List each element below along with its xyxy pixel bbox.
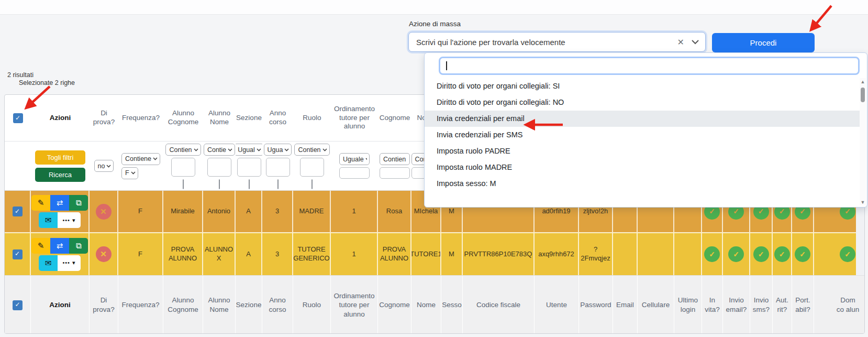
mass-action-dropdown: Diritto di voto per organi collegiali: S… [424,52,867,208]
filter-select-sezione[interactable]: Ugual [236,144,262,156]
filter-checkbox-ruolo[interactable] [311,179,313,189]
cell-ruolo: MADRE [293,191,331,232]
header-di_prova: Di prova? [90,95,118,141]
mail-icon[interactable]: ✉ [39,212,58,228]
table-row[interactable]: ✓✎⇄⧉✉••• ▾✕FPROVA ALUNNOALUNNO XA3TUTORE… [5,232,858,275]
swap-icon[interactable]: ⇄ [50,238,69,254]
footer-azioni: Azioni [31,276,90,334]
dropdown-option[interactable]: Invia credenziali per email [425,111,860,127]
footer-aut_rit: Aut. rit? [773,276,792,334]
chevron-down-icon [284,148,289,151]
footer-ordinamento: Ordinamento tutore per alunno [331,276,378,334]
filter-input-alunno_nome[interactable] [207,158,231,177]
select-all-checkbox[interactable]: ✓ [13,113,23,123]
filter-input-sezione[interactable] [237,158,261,177]
cell-nome: TUTORE1 [411,232,441,275]
filter-select-value: Contie [207,146,226,154]
edit-icon[interactable]: ✎ [31,195,50,211]
chevron-down-icon [194,148,198,151]
filter-select-anno_corso[interactable]: Ugua [264,144,292,156]
check-icon: ✓ [753,246,769,262]
dropdown-options-list: Diritto di voto per organi collegiali: S… [425,78,860,192]
cell-utente: axq9rhh672 [535,232,579,275]
chevron-down-icon[interactable] [692,40,699,45]
filter-select-di_prova[interactable]: no [94,160,114,172]
scroll-up-icon[interactable]: ▲ [860,79,865,84]
check-icon: ✓ [704,246,720,262]
filter-checkbox-sezione[interactable] [249,179,250,189]
footer-port_abil: Port. abil? [792,276,814,334]
filter-select-value: Ugual [238,146,255,154]
table-footer-row: ✓AzioniDi prova?Frequenza?Alunno Cognome… [5,275,864,334]
filter-input-alunno_cognome[interactable] [171,158,195,177]
filter-select-frequenza[interactable]: F [121,167,138,179]
filter-input-ordinamento[interactable] [339,167,370,179]
filter-select-value: Contien [169,146,192,154]
dropdown-search-input[interactable] [439,57,860,75]
filter-cell-frequenza: ContieneF [118,142,163,190]
cell-ordinamento: 1 [331,191,378,232]
dropdown-option[interactable]: Imposta ruolo PADRE [425,143,860,159]
filter-cell-ruolo: Contien [293,142,331,190]
mass-action-select[interactable]: Scrivi qui l'azione per trovarla velocem… [408,32,706,52]
filter-select-ruolo[interactable]: Contien [294,144,329,156]
filter-cell-di_prova: no [90,142,118,190]
mail-icon[interactable]: ✉ [39,255,58,271]
results-count: 2 risultati [7,71,34,79]
footer-ruolo: Ruolo [293,276,331,334]
more-menu-button[interactable]: ••• ▾ [58,212,81,228]
cell-email [613,232,638,275]
filter-input-cognome[interactable] [380,167,410,179]
dropdown-option[interactable]: Invia credenziali per SMS [425,127,860,143]
scroll-down-icon[interactable]: ▼ [860,200,865,205]
swap-icon[interactable]: ⇄ [50,195,69,211]
footer-cellulare: Cellulare [638,276,674,334]
filter-cell-anno_corso: Ugua [262,142,293,190]
filter-input-ruolo[interactable] [300,158,324,177]
footer-select-all-checkbox[interactable]: ✓ [13,300,23,310]
dropdown-option[interactable]: Diritto di voto per organi collegiali: S… [425,78,860,94]
copy-icon[interactable]: ⧉ [69,238,88,254]
cell-alunno_nome: Antonio [203,191,236,232]
filter-cell-sezione: Ugual [236,142,262,190]
row-checkbox[interactable]: ✓ [13,206,23,216]
ricerca-button[interactable]: Ricerca [35,168,85,182]
procedi-button[interactable]: Procedi [712,33,815,52]
row-checkbox[interactable]: ✓ [13,249,23,259]
copy-icon[interactable]: ⧉ [69,195,88,211]
filter-select-cognome[interactable]: Contien [380,153,410,165]
filter-checkbox-alunno_cognome[interactable] [183,179,184,189]
cell-ultimo_login [674,232,702,275]
check-icon: ✓ [840,246,855,262]
cell-codice_fiscale: PRVTTR86P10E783Q [463,232,535,275]
filter-select-alunno_cognome[interactable]: Contien [165,144,201,156]
dropdown-option[interactable]: Imposta ruolo MADRE [425,159,860,176]
filter-select-frequenza[interactable]: Contiene [121,153,160,165]
check-icon: ✓ [795,246,810,262]
filter-checkbox-anno_corso[interactable] [277,179,279,189]
dropdown-option[interactable]: Diritto di voto per organi collegiali: N… [425,94,860,111]
cell-alunno_nome: ALUNNO X [203,232,236,275]
filter-input-anno_corso[interactable] [266,158,290,177]
filter-select-value: Contien [383,156,406,163]
footer-password: Password [579,276,613,334]
cell-frequenza: F [118,232,163,275]
filter-cell-alunno_cognome: Contien [163,142,203,190]
header-ordinamento: Ordinamento tutore per alunno [331,95,378,141]
dropdown-option[interactable]: Imposta sesso: M [425,176,860,192]
filter-select-alunno_nome[interactable]: Contie [204,144,235,156]
dropdown-scrollbar[interactable]: ▲ ▼ [860,78,866,205]
scrollbar-thumb[interactable] [861,88,865,102]
cell-sel: ✓ [5,191,31,232]
cell-sezione: A [236,191,262,232]
filter-checkbox-alunno_nome[interactable] [219,179,220,189]
header-frequenza: Frequenza? [118,95,163,141]
more-menu-button[interactable]: ••• ▾ [58,255,81,271]
cell-sesso: M [441,232,463,275]
cell-aut_rit: ✓ [773,232,792,275]
filter-select-ordinamento[interactable]: Uguale [339,153,370,165]
clear-icon[interactable]: ✕ [677,37,684,47]
edit-icon[interactable]: ✎ [31,238,50,254]
togli-filtri-button[interactable]: Togli filtri [35,150,85,165]
filter-cell-cognome: Contien [378,142,411,190]
